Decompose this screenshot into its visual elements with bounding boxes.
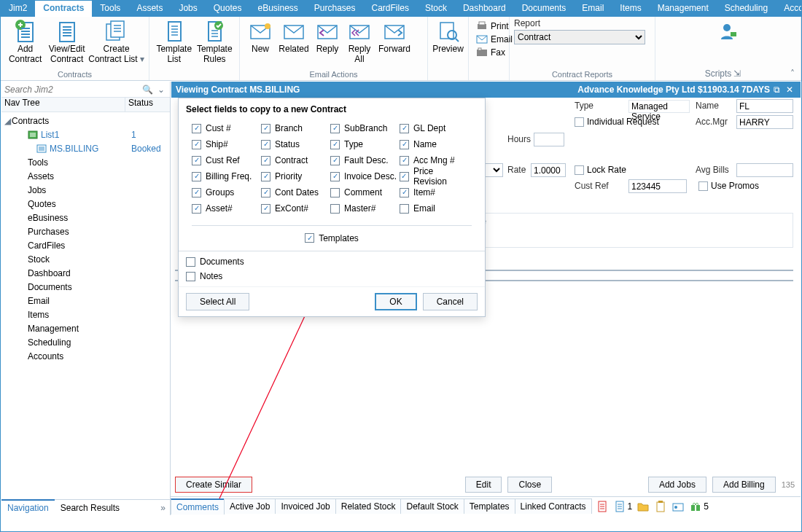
doc-blue-icon[interactable] [613, 500, 626, 513]
search-options-icon[interactable]: ⌄ [155, 85, 167, 95]
field-checkbox-invoicedesc[interactable] [330, 172, 340, 181]
tree-email[interactable]: Email [1, 294, 170, 308]
detail-tab-activejob[interactable]: Active Job [224, 498, 276, 514]
create-contract-list-button[interactable]: Create Contract List ▾ [88, 18, 144, 65]
email-forward-button[interactable]: Forward [375, 18, 413, 55]
field-checkbox-excont[interactable] [261, 204, 270, 214]
template-rules-button[interactable]: Template Rules [195, 18, 235, 65]
search-icon[interactable]: 🔍 [140, 85, 155, 95]
email-replyall-button[interactable]: Reply All [343, 18, 375, 65]
detail-tab-defaultstock[interactable]: Default Stock [400, 498, 464, 514]
field-checkbox-type[interactable] [330, 140, 340, 149]
custref-input[interactable] [628, 179, 687, 193]
field-checkbox-subbranch[interactable] [330, 124, 340, 133]
rate-input[interactable] [531, 163, 566, 177]
tree-ebusiness[interactable]: eBusiness [1, 211, 170, 224]
tab-scheduling[interactable]: Scheduling [717, 1, 776, 17]
email-related-button[interactable]: Related [276, 18, 311, 55]
tab-management[interactable]: Management [650, 1, 717, 17]
tab-email[interactable]: Email [574, 1, 612, 17]
view-edit-contract-button[interactable]: View/Edit Contract [45, 18, 88, 65]
field-checkbox-branch[interactable] [261, 124, 270, 133]
nav-tab-navigation[interactable]: Navigation [1, 499, 55, 515]
add-jobs-button[interactable]: Add Jobs [648, 477, 706, 493]
tab-jobs[interactable]: Jobs [171, 1, 205, 17]
tab-documents[interactable]: Documents [514, 1, 575, 17]
field-checkbox-asset[interactable] [192, 204, 201, 214]
add-billing-button[interactable]: Add Billing [712, 477, 776, 493]
avgbills-input[interactable] [736, 163, 793, 177]
tab-quotes[interactable]: Quotes [206, 1, 250, 17]
nav-tab-search-results[interactable]: Search Results [55, 501, 125, 515]
field-checkbox-priority[interactable] [261, 172, 270, 181]
field-checkbox-custref[interactable] [192, 156, 201, 165]
field-checkbox-groups[interactable] [192, 188, 201, 197]
tab-tools[interactable]: Tools [92, 1, 128, 17]
field-checkbox-master[interactable] [330, 204, 340, 214]
tab-purchases[interactable]: Purchases [306, 1, 364, 17]
detail-tab-linkedcontracts[interactable]: Linked Contracts [515, 498, 592, 514]
field-checkbox-email[interactable] [400, 204, 409, 214]
field-checkbox-status[interactable] [261, 140, 270, 149]
detail-tab-invoicedjob[interactable]: Invoiced Job [275, 498, 335, 514]
tree-cardfiles[interactable]: CardFiles [1, 238, 170, 252]
field-checkbox-billingfreq[interactable] [192, 172, 201, 181]
tree-dashboard[interactable]: Dashboard [1, 266, 170, 280]
detail-tab-templates[interactable]: Templates [464, 498, 515, 514]
tree-purchases[interactable]: Purchases [1, 224, 170, 238]
field-checkbox-item[interactable] [400, 188, 409, 197]
titlebar-popout-icon[interactable]: ⧉ [770, 85, 783, 95]
tab-items[interactable]: Items [612, 1, 649, 17]
preview-button[interactable]: Preview [432, 18, 464, 55]
folder-icon[interactable] [636, 500, 650, 513]
field-checkbox-pricerevision[interactable] [400, 172, 409, 181]
documents-checkbox[interactable] [186, 257, 195, 267]
tree-management[interactable]: Management [1, 321, 170, 335]
field-checkbox-contdates[interactable] [261, 188, 270, 197]
select-all-button[interactable]: Select All [186, 293, 249, 310]
field-checkbox-gldept[interactable] [400, 124, 409, 133]
tree-tools[interactable]: Tools [1, 155, 170, 169]
field-checkbox-comment[interactable] [330, 188, 340, 197]
tree-items[interactable]: Items [1, 308, 170, 321]
tree-scheduling[interactable]: Scheduling [1, 335, 170, 349]
quick-fax-button[interactable]: Fax [473, 46, 508, 59]
tab-stock[interactable]: Stock [417, 1, 455, 17]
hours-input[interactable] [534, 133, 564, 146]
template-list-button[interactable]: Template List [154, 18, 195, 65]
name-input[interactable] [736, 99, 793, 113]
nav-expand-icon[interactable]: » [156, 503, 170, 513]
templates-checkbox[interactable] [305, 233, 314, 243]
edit-button[interactable]: Edit [465, 477, 502, 493]
doc-red-icon[interactable] [596, 500, 609, 513]
gift-icon[interactable] [689, 500, 702, 513]
lock-rate-checkbox[interactable] [575, 165, 584, 175]
field-checkbox-name[interactable] [400, 140, 409, 149]
accmgr-input[interactable] [736, 115, 793, 129]
tree-quotes[interactable]: Quotes [1, 197, 170, 211]
notes-checkbox[interactable] [186, 272, 195, 281]
clipboard-icon[interactable] [654, 500, 667, 513]
email-new-button[interactable]: New [244, 18, 276, 55]
search-input[interactable] [4, 85, 140, 95]
field-checkbox-contract[interactable] [261, 156, 270, 165]
quick-print-button[interactable]: Print [473, 20, 512, 33]
field-checkbox-accmng[interactable] [400, 156, 409, 165]
tab-contracts[interactable]: Contracts [35, 1, 92, 17]
create-similar-button[interactable]: Create Similar [175, 477, 252, 493]
use-promos-checkbox[interactable] [698, 181, 708, 191]
tab-cardfiles[interactable]: CardFiles [364, 1, 417, 17]
tree-list1[interactable]: List11 [1, 128, 170, 141]
tree-contracts[interactable]: ◢Contracts [1, 114, 170, 128]
tree-documents[interactable]: Documents [1, 280, 170, 294]
tree-msbilling[interactable]: MS.BILLINGBooked [1, 141, 170, 155]
email-reply-button[interactable]: Reply [311, 18, 343, 55]
tab-accounts[interactable]: Accounts [776, 1, 802, 17]
cardfile-icon[interactable] [671, 500, 685, 513]
report-select[interactable]: Contract [514, 30, 645, 44]
tree-assets[interactable]: Assets [1, 169, 170, 183]
close-button[interactable]: Close [507, 477, 552, 493]
field-checkbox-ship[interactable] [192, 140, 201, 149]
tab-dashboard[interactable]: Dashboard [455, 1, 514, 17]
ribbon-collapse-icon[interactable]: ˄ [790, 69, 801, 79]
